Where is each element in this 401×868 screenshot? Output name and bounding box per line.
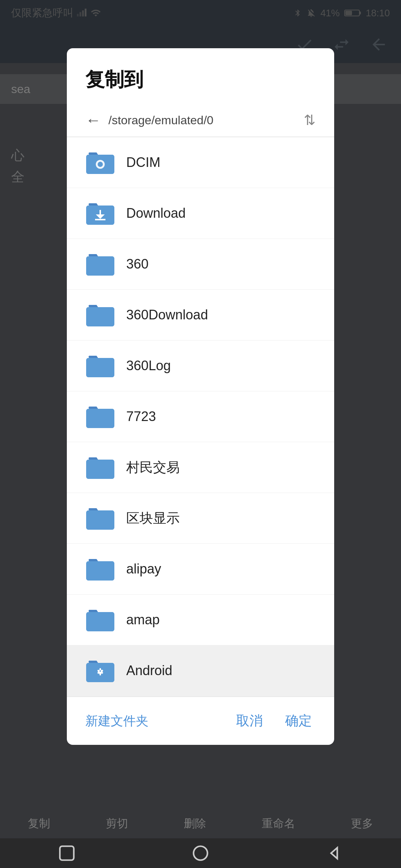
confirm-button[interactable]: 确定	[281, 708, 316, 734]
folder-name-360log: 360Log	[126, 358, 171, 374]
folder-item-7723[interactable]: 7723	[67, 391, 334, 442]
folder-list: DCIM Download 360 360Download	[67, 137, 334, 696]
folder-item-alipay[interactable]: alipay	[67, 544, 334, 595]
folder-name-alipay: alipay	[126, 561, 161, 577]
folder-name-qukai: 区块显示	[126, 509, 180, 527]
svg-rect-12	[60, 846, 74, 860]
folder-item-dcim[interactable]: DCIM	[67, 137, 334, 188]
folder-icon-amap	[85, 605, 115, 635]
folder-item-amap[interactable]: amap	[67, 595, 334, 645]
folder-name-dcim: DCIM	[126, 155, 160, 170]
folder-item-download[interactable]: Download	[67, 188, 334, 239]
folder-icon-download	[85, 198, 115, 228]
folder-name-360download: 360Download	[126, 307, 208, 323]
folder-icon-qukai	[85, 503, 115, 533]
cancel-button[interactable]: 取消	[225, 708, 274, 734]
path-bar: ← /storage/emulated/0 ⇅	[67, 104, 334, 137]
folder-name-360: 360	[126, 256, 149, 272]
folder-icon-alipay	[85, 554, 115, 584]
svg-point-8	[98, 162, 103, 167]
folder-icon-360	[85, 249, 115, 279]
folder-icon-360download	[85, 300, 115, 330]
sort-icon[interactable]: ⇅	[304, 112, 316, 128]
folder-item-360log[interactable]: 360Log	[67, 341, 334, 391]
dialog-overlay: 复制到 ← /storage/emulated/0 ⇅ DCIM	[0, 0, 401, 868]
dialog-title: 复制到	[67, 48, 334, 104]
folder-name-7723: 7723	[126, 409, 156, 424]
folder-item-cunmin[interactable]: 村民交易	[67, 442, 334, 493]
dialog-footer: 新建文件夹 取消 确定	[67, 696, 334, 745]
folder-name-android: Android	[126, 663, 172, 678]
current-path: /storage/emulated/0	[108, 114, 296, 127]
folder-name-amap: amap	[126, 612, 160, 628]
svg-marker-14	[331, 848, 338, 858]
folder-item-android[interactable]: Android	[67, 645, 334, 696]
svg-rect-11	[95, 219, 105, 220]
nav-home-button[interactable]	[188, 840, 213, 866]
copy-to-dialog: 复制到 ← /storage/emulated/0 ⇅ DCIM	[67, 48, 334, 745]
bottom-nav	[0, 838, 401, 868]
folder-icon-cunmin	[85, 453, 115, 482]
folder-icon-360log	[85, 351, 115, 381]
folder-item-360[interactable]: 360	[67, 239, 334, 290]
folder-icon-7723	[85, 402, 115, 431]
path-back-button[interactable]: ←	[85, 111, 101, 129]
nav-back-button[interactable]	[321, 840, 347, 866]
folder-item-qukai[interactable]: 区块显示	[67, 493, 334, 544]
folder-name-download: Download	[126, 206, 186, 221]
folder-icon-dcim	[85, 148, 115, 177]
new-folder-button[interactable]: 新建文件夹	[85, 709, 218, 733]
folder-icon-android	[85, 656, 115, 685]
folder-item-360download[interactable]: 360Download	[67, 290, 334, 341]
nav-square-button[interactable]	[54, 840, 80, 866]
folder-name-cunmin: 村民交易	[126, 458, 180, 477]
svg-point-13	[193, 846, 208, 860]
